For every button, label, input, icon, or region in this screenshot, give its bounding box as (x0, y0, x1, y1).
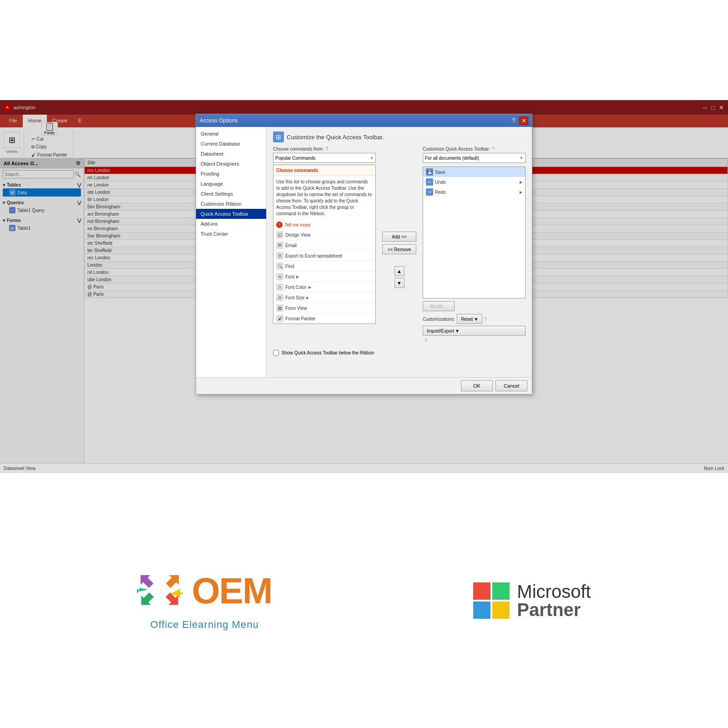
nav-client-settings[interactable]: Client Settings (196, 189, 266, 199)
dialog-body: General Current Database Datasheet Objec… (196, 127, 532, 377)
cmd-font[interactable]: A Font ▶ (273, 272, 375, 282)
choose-commands-label: Choose commands from: ? (273, 146, 376, 152)
redo-toolbar-icon: ↪ (426, 188, 433, 196)
partner-text: Partner (517, 601, 591, 619)
dialog-titlebar: Access Options ? ✕ (196, 114, 532, 127)
ok-button[interactable]: OK (461, 380, 493, 391)
save-toolbar-icon: 💾 (426, 168, 433, 176)
font-icon: A (276, 273, 283, 280)
font-size-icon: A (276, 294, 283, 301)
show-qat-label: Show Quick Access Toolbar below the Ribb… (282, 350, 374, 355)
dropdown-arrow-icon: ▼ (370, 156, 374, 160)
oem-logo-top: OEM (137, 571, 272, 612)
reset-help-icon[interactable]: ? (484, 317, 487, 322)
toolbar-item-name: Save (435, 170, 445, 175)
nav-customize-ribbon[interactable]: Customize Ribbon (196, 199, 266, 209)
commands-list-box[interactable]: Choose commands Use this list to choose … (273, 165, 376, 324)
move-down-button[interactable]: ▼ (394, 278, 404, 288)
status-bar: Datasheet View Num Lock (0, 463, 728, 473)
toolbar-item-save[interactable]: 💾 Save (423, 167, 525, 177)
dialog-right-panel: ⊞ Customize the Quick Access Toolbar. Ch… (267, 127, 532, 377)
tell-me-more-icon: ? (276, 222, 283, 228)
oem-arrows-icon (137, 571, 182, 612)
cmd-font-color[interactable]: A Font Color ▶ (273, 282, 375, 293)
import-export-help-icon[interactable]: ? (425, 338, 526, 343)
cmd-name: Form View (285, 306, 307, 311)
cmd-find[interactable]: 🔍 Find (273, 261, 375, 272)
export-excel-icon: X (276, 252, 283, 259)
access-options-dialog: Access Options ? ✕ General Current Datab… (196, 114, 532, 394)
section-title-text: Customize the Quick Access Toolbar. (287, 134, 384, 141)
undo-toolbar-icon: ↩ (426, 178, 433, 186)
toolbar-item-undo[interactable]: ↩ Undo ▶ (423, 177, 525, 187)
top-white-area (0, 0, 728, 100)
find-icon: 🔍 (276, 263, 283, 270)
oem-subtitle: Office Elearning Menu (150, 619, 258, 631)
screenshot-area: A ashington ─ □ ✕ File Home Create E (0, 100, 728, 473)
cancel-button[interactable]: Cancel (495, 380, 527, 391)
dialog-help-button[interactable]: ? (509, 116, 518, 125)
nav-quick-access-toolbar[interactable]: Quick Access Toolbar (196, 209, 266, 219)
customize-toolbar-help-icon[interactable]: ? (492, 146, 495, 152)
nav-add-ins[interactable]: Add-ins (196, 219, 266, 229)
form-view-icon: ▤ (276, 304, 283, 312)
nav-current-database[interactable]: Current Database (196, 139, 266, 149)
cmd-font-size[interactable]: A Font Size ▶ (273, 293, 375, 303)
tell-me-more-link[interactable]: ? Tell me more (273, 220, 375, 230)
ms-square-red (473, 582, 490, 600)
cmd-name: Email (285, 243, 297, 248)
toolbar-item-name: Redo (435, 190, 446, 195)
choose-commands-column: Choose commands from: ? Popular Commands… (273, 146, 376, 346)
cmd-design-view[interactable]: ◱ Design View (273, 230, 375, 240)
reset-button[interactable]: Reset ▼ (457, 314, 482, 324)
svg-marker-6 (139, 588, 148, 592)
customizations-row: Customizations: Reset ▼ ? (423, 314, 526, 324)
nav-general[interactable]: General (196, 129, 266, 139)
cmd-name: Format Painter (285, 316, 315, 321)
cmd-form-view[interactable]: ▤ Form View (273, 303, 375, 313)
cmd-name: Font (285, 274, 294, 279)
cmd-name: Find (285, 264, 294, 269)
dialog-nav: General Current Database Datasheet Objec… (196, 127, 267, 377)
email-icon: ✉ (276, 242, 283, 249)
add-button[interactable]: Add >> (382, 232, 416, 242)
customizations-label: Customizations: (423, 317, 455, 322)
nav-language[interactable]: Language (196, 179, 266, 189)
remove-button[interactable]: << Remove (382, 244, 416, 254)
nav-object-designers[interactable]: Object Designers (196, 159, 266, 169)
show-qat-checkbox[interactable] (273, 350, 279, 356)
commands-dropdown[interactable]: Popular Commands ▼ (273, 153, 376, 163)
cmd-format-painter[interactable]: 🖌 Format Painter (273, 313, 375, 324)
reset-dropdown-arrow: ▼ (474, 317, 478, 322)
dialog-title: Access Options (200, 117, 238, 124)
import-export-button[interactable]: Import/Export ▼ (423, 326, 526, 336)
cmd-name: Design View (285, 233, 310, 238)
nav-proofing[interactable]: Proofing (196, 169, 266, 179)
ms-text-block: Microsoft Partner (517, 582, 591, 619)
modify-button[interactable]: Modify... (423, 301, 455, 311)
add-remove-section: Add >> << Remove ▲ ▼ (379, 173, 420, 346)
toolbar-item-redo[interactable]: ↪ Redo ▶ (423, 187, 525, 197)
cmd-name: Export to Excel spreadsheet (285, 253, 342, 258)
cmd-email[interactable]: ✉ Email (273, 240, 375, 251)
cmd-arrow-icon: ▶ (306, 296, 309, 300)
nav-datasheet[interactable]: Datasheet (196, 149, 266, 159)
import-export-arrow: ▼ (455, 329, 460, 334)
oem-logo: OEM Office Elearning Menu (137, 571, 272, 631)
for-all-documents-dropdown[interactable]: For all documents (default) ▼ (423, 153, 526, 163)
cmd-arrow-icon: ▶ (308, 285, 311, 289)
dialog-close-button[interactable]: ✕ (519, 116, 528, 125)
svg-marker-0 (137, 571, 156, 591)
svg-marker-4 (137, 590, 157, 610)
choose-commands-help-icon[interactable]: ? (326, 146, 329, 152)
nav-trust-center[interactable]: Trust Center (196, 229, 266, 239)
move-up-button[interactable]: ▲ (394, 266, 404, 276)
columns-layout: Choose commands from: ? Popular Commands… (273, 146, 526, 346)
dropdown-value: Popular Commands (275, 156, 315, 161)
oem-brand-text: OEM (192, 573, 272, 609)
cmd-export-excel[interactable]: X Export to Excel spreadsheet (273, 251, 375, 261)
toolbar-items-list[interactable]: 💾 Save ↩ Undo ▶ ↪ (423, 167, 526, 298)
undo-expand-icon: ▶ (520, 180, 522, 184)
ms-square-yellow (492, 602, 510, 619)
ms-squares-icon (473, 582, 510, 619)
